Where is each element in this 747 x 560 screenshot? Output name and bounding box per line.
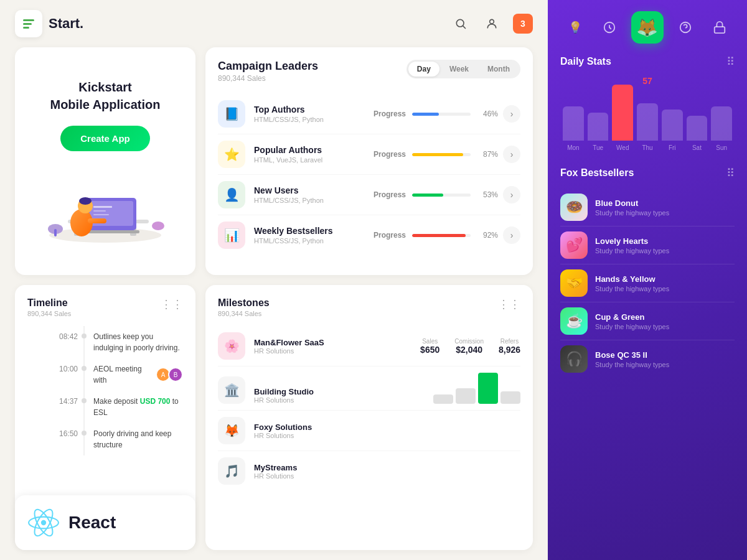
sidebar-icon-lock[interactable] xyxy=(707,15,732,40)
bestseller-desc: Study the highway types xyxy=(595,209,735,217)
content-grid: Kickstart Mobile Application Create App xyxy=(0,47,548,560)
progress-bar xyxy=(412,153,471,156)
right-sidebar: 💡 🦊 Daily Stats ⠿ xyxy=(548,0,747,560)
milestones-card: Milestones 890,344 Sales ⋮⋮ 🌸 Man&Flower… xyxy=(205,285,533,550)
progress-bar xyxy=(412,194,471,197)
progress-percent: 46% xyxy=(477,110,498,118)
leader-name: Weekly Bestsellers xyxy=(254,226,374,236)
bar-1 xyxy=(433,394,453,404)
chart-bar-fri xyxy=(662,110,683,141)
react-card: React xyxy=(15,495,195,550)
bestseller-thumbnail: 🎧 xyxy=(560,345,588,373)
svg-point-12 xyxy=(79,197,92,205)
logo-line-2 xyxy=(23,23,32,25)
kickstart-card: Kickstart Mobile Application Create App xyxy=(15,47,195,275)
fox-bestsellers-list: 🍩 Blue Donut Study the highway types 💕 L… xyxy=(560,189,735,378)
notification-badge[interactable]: 3 xyxy=(513,14,533,34)
leader-tags: HTML, VueJS, Laravel xyxy=(254,156,374,164)
bestseller-desc: Study the highway types xyxy=(595,361,735,368)
milestone-icon: 🦊 xyxy=(218,417,245,444)
svg-rect-18 xyxy=(93,210,106,212)
leader-row: 📊 Weekly Bestsellers HTML/CSS/JS, Python… xyxy=(218,215,520,255)
milestone-sub: HR Solutions xyxy=(254,396,344,404)
bestseller-desc: Study the highway types xyxy=(595,323,735,330)
leader-tags: HTML/CSS/JS, Python xyxy=(254,237,374,245)
milestone-name: Man&Flower SaaS xyxy=(254,338,420,347)
chart-labels: MonTueWedThuFriSatSun xyxy=(560,141,735,151)
chart-label-fri: Fri xyxy=(662,144,683,151)
daily-stats-more-icon[interactable]: ⠿ xyxy=(726,55,735,68)
svg-rect-19 xyxy=(93,214,109,215)
campaign-title: Campaign Leaders xyxy=(218,60,318,73)
tab-day[interactable]: Day xyxy=(408,62,439,77)
react-label: React xyxy=(68,513,116,533)
sidebar-icon-lightbulb[interactable]: 💡 xyxy=(563,15,588,40)
tab-week[interactable]: Week xyxy=(441,62,477,77)
progress-section: Progress 87% xyxy=(374,150,498,159)
bar-3 xyxy=(478,373,498,404)
svg-point-2 xyxy=(490,19,494,24)
fox-emoji-icon: 🦊 xyxy=(636,17,658,38)
progress-percent: 92% xyxy=(477,231,498,240)
logo-icon xyxy=(15,10,42,37)
bestseller-thumbnail: 🍩 xyxy=(560,194,588,221)
timeline-item: 08:42 Outlines keep you indulging in poo… xyxy=(83,326,183,358)
campaign-tabs: Day Week Month xyxy=(406,60,520,78)
campaign-header: Campaign Leaders 890,344 Sales Day Week … xyxy=(218,60,520,83)
leader-icon: 📊 xyxy=(218,222,245,249)
progress-bar xyxy=(412,113,471,116)
svg-rect-15 xyxy=(54,229,57,236)
timeline-item: 14:37 Make deposit USD 700 to ESL xyxy=(83,391,183,423)
sidebar-icon-question[interactable] xyxy=(673,15,698,40)
milestones-more-icon[interactable]: ⋮⋮ xyxy=(498,297,520,311)
avatar: B xyxy=(168,367,183,382)
bestseller-name: Cup & Green xyxy=(595,312,735,322)
leader-row: 👤 New Users HTML/CSS/JS, Python Progress… xyxy=(218,175,520,215)
sidebar-icon-fox[interactable]: 🦊 xyxy=(631,11,664,44)
progress-percent: 53% xyxy=(477,190,498,199)
leader-chevron-button[interactable]: › xyxy=(503,146,520,163)
timeline-list: 08:42 Outlines keep you indulging in poo… xyxy=(59,326,183,455)
svg-point-16 xyxy=(152,222,164,230)
progress-section: Progress 46% xyxy=(374,110,498,118)
leader-name: Top Authors xyxy=(254,105,374,114)
leader-chevron-button[interactable]: › xyxy=(503,226,520,244)
chart-bar-mon xyxy=(563,106,584,141)
create-app-button[interactable]: Create App xyxy=(60,126,149,151)
chart-label-tue: Tue xyxy=(588,144,609,151)
milestones-title: Milestones xyxy=(218,297,270,309)
user-icon[interactable] xyxy=(482,14,502,34)
leader-tags: HTML/CSS/JS, Python xyxy=(254,116,374,123)
leader-chevron-button[interactable]: › xyxy=(503,105,520,123)
chart-bars xyxy=(560,78,735,141)
progress-section: Progress 53% xyxy=(374,190,498,199)
sidebar-icon-circle[interactable] xyxy=(597,15,622,40)
search-icon[interactable] xyxy=(451,14,471,34)
milestone-stats: Sales $650 Comission $2,040 Refers 8,926 xyxy=(420,338,520,355)
bestseller-thumbnail: ☕ xyxy=(560,307,588,335)
logo-lines xyxy=(23,19,34,29)
timeline-header: Timeline 890,344 Sales ⋮⋮ xyxy=(27,297,183,317)
campaign-leaders-list: 📘 Top Authors HTML/CSS/JS, Python Progre… xyxy=(218,94,520,255)
progress-bar xyxy=(412,234,471,237)
fox-bestsellers-more-icon[interactable]: ⠿ xyxy=(726,166,735,180)
timeline-more-icon[interactable]: ⋮⋮ xyxy=(161,297,183,311)
leader-icon: ⭐ xyxy=(218,141,245,168)
logo-line-3 xyxy=(23,27,29,29)
svg-rect-17 xyxy=(93,206,112,208)
svg-rect-9 xyxy=(83,230,139,233)
timeline-time: 08:42 xyxy=(50,332,78,341)
tab-month[interactable]: Month xyxy=(479,62,519,77)
bestseller-name: Blue Donut xyxy=(595,198,735,208)
sidebar-top-icons: 💡 🦊 xyxy=(548,0,747,55)
leader-chevron-button[interactable]: › xyxy=(503,186,520,203)
bestseller-thumbnail: 💕 xyxy=(560,231,588,259)
progress-label: Progress xyxy=(374,231,406,240)
chart-bar-thu xyxy=(637,103,658,141)
milestone-name: MyStreams xyxy=(254,463,520,472)
chart-label-thu: Thu xyxy=(637,144,658,151)
leader-icon: 📘 xyxy=(218,100,245,128)
timeline-text: AEOL meeting with xyxy=(93,363,152,386)
react-logo-icon xyxy=(27,506,60,539)
svg-point-20 xyxy=(41,520,46,525)
